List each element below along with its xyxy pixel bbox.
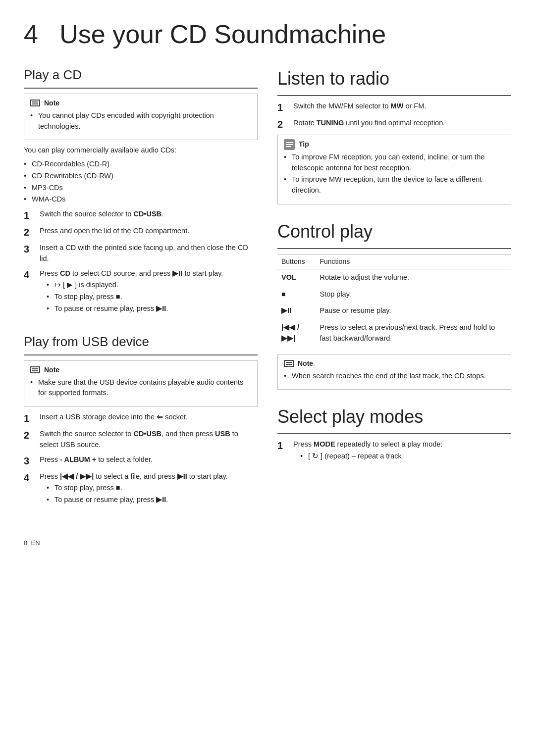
tip-icon <box>284 139 295 150</box>
radio-tip: Tip To improve FM reception, you can ext… <box>277 135 511 204</box>
play-cd-step-2: 2 Press and open the lid of the CD compa… <box>24 226 258 239</box>
play-cd-section: Play a CD Note You cannot play CDs encod… <box>24 65 258 318</box>
tip-label: Tip <box>299 139 309 150</box>
control-play-section: Control play Buttons Functions VOL Rotat… <box>277 218 511 390</box>
select-modes-section: Select play modes 1 Press MODE repeatedl… <box>277 403 511 466</box>
radio-step-1: 1 Switch the MW/FM selector to MW or FM. <box>277 101 511 114</box>
control-play-title: Control play <box>277 218 511 249</box>
usb-step-2: 2 Switch the source selector to CD•USB, … <box>24 429 258 451</box>
radio-step-2: 2 Rotate TUNING until you find optimal r… <box>277 118 511 131</box>
btn-stop: ■ <box>277 286 316 303</box>
control-note-label: Note <box>298 358 313 369</box>
play-usb-section: Play from USB device Note Make sure that… <box>24 332 258 509</box>
usb-step-3: 3 Press - ALBUM + to select a folder. <box>24 454 258 467</box>
note-label: Note <box>44 98 59 108</box>
cd-formats-list: CD-Recordables (CD-R) CD-Rewritables (CD… <box>24 159 258 205</box>
footer-lang: EN <box>31 539 40 547</box>
listen-radio-section: Listen to radio 1 Switch the MW/FM selec… <box>277 65 511 204</box>
select-modes-title: Select play modes <box>277 403 511 434</box>
note-icon-usb <box>30 366 40 373</box>
tip-item-1: To improve MW reception, turn the device… <box>284 174 505 196</box>
usb-note-list: Make sure that the USB device contains p… <box>30 377 251 399</box>
usb-step-4: 4 Press |◀◀ / ▶▶| to select a file, and … <box>24 471 258 509</box>
btn-play: ▶II <box>277 302 316 319</box>
cd-format-0: CD-Recordables (CD-R) <box>24 159 258 170</box>
cd-format-3: WMA-CDs <box>24 194 258 205</box>
modes-steps: 1 Press MODE repeatedly to select a play… <box>277 439 511 466</box>
table-row: ▶II Pause or resume play. <box>277 302 511 319</box>
func-stop: Stop play. <box>316 286 511 303</box>
listen-radio-title: Listen to radio <box>277 65 511 96</box>
note-icon-control <box>284 360 294 367</box>
play-cd-step-3: 3 Insert a CD with the printed side faci… <box>24 243 258 264</box>
control-note-list: When search reaches the end of the last … <box>284 371 505 382</box>
play-usb-steps: 1 Insert a USB storage device into the ⇐… <box>24 412 258 509</box>
usb-note-label: Note <box>44 365 59 375</box>
footer-page: 8 <box>24 539 27 547</box>
play-cd-intro: You can play commercially available audi… <box>24 145 258 156</box>
play-cd-note: Note You cannot play CDs encoded with co… <box>24 94 258 141</box>
control-note: Note When search reaches the end of the … <box>277 354 511 390</box>
btn-vol: VOL <box>277 269 316 286</box>
modes-step-1: 1 Press MODE repeatedly to select a play… <box>277 439 511 466</box>
page-title: 4 Use your CD Soundmachine <box>24 20 511 50</box>
func-skip: Press to select a previous/next track. P… <box>316 319 511 348</box>
table-row: VOL Rotate to adjust the volume. <box>277 269 511 286</box>
table-row: ■ Stop play. <box>277 286 511 303</box>
usb-note-item: Make sure that the USB device contains p… <box>30 377 251 399</box>
note-icon <box>30 100 40 106</box>
tip-list: To improve FM reception, you can extend,… <box>284 152 505 196</box>
col-functions: Functions <box>316 254 511 269</box>
col-buttons: Buttons <box>277 254 316 269</box>
play-usb-note: Note Make sure that the USB device conta… <box>24 360 258 407</box>
func-play: Pause or resume play. <box>316 302 511 319</box>
play-usb-title: Play from USB device <box>24 332 258 355</box>
func-vol: Rotate to adjust the volume. <box>316 269 511 286</box>
cd-format-2: MP3-CDs <box>24 183 258 194</box>
play-cd-title: Play a CD <box>24 65 258 89</box>
play-cd-note-item: You cannot play CDs encoded with copyrig… <box>30 110 251 132</box>
btn-skip: |◀◀ / ▶▶| <box>277 319 316 348</box>
play-cd-note-list: You cannot play CDs encoded with copyrig… <box>30 110 251 132</box>
play-cd-step-4: 4 Press CD to select CD source, and pres… <box>24 268 258 318</box>
table-row: |◀◀ / ▶▶| Press to select a previous/nex… <box>277 319 511 348</box>
radio-steps: 1 Switch the MW/FM selector to MW or FM.… <box>277 101 511 131</box>
usb-step-1: 1 Insert a USB storage device into the ⇐… <box>24 412 258 425</box>
play-cd-steps: 1 Switch the source selector to CD•USB. … <box>24 209 258 318</box>
tip-item-0: To improve FM reception, you can extend,… <box>284 152 505 174</box>
play-cd-step-1: 1 Switch the source selector to CD•USB. <box>24 209 258 222</box>
control-table: Buttons Functions VOL Rotate to adjust t… <box>277 254 511 348</box>
control-note-item: When search reaches the end of the last … <box>284 371 505 382</box>
page-footer: 8 EN <box>24 538 511 548</box>
cd-format-1: CD-Rewritables (CD-RW) <box>24 171 258 182</box>
